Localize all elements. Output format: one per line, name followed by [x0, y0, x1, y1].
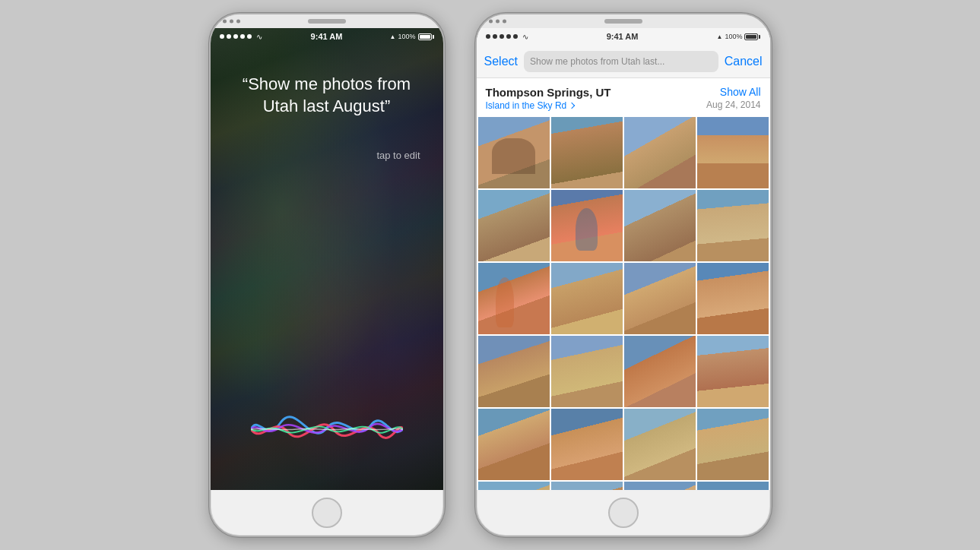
location-chevron-icon [569, 102, 575, 108]
siri-location-icon: ▲ [390, 33, 396, 40]
location-name: Thompson Springs, UT [486, 86, 611, 99]
siri-wifi-icon: ∿ [256, 33, 262, 41]
pd1 [486, 34, 490, 39]
location-date: Aug 24, 2014 [706, 100, 760, 110]
photos-battery-pct: 100% [725, 33, 742, 40]
siri-home-btn[interactable] [312, 498, 342, 528]
photo-17 [478, 409, 550, 480]
photo-cell[interactable] [624, 336, 696, 407]
photo-20 [697, 409, 769, 480]
photo-22 [551, 482, 623, 490]
sub-location-text: Island in the Sky Rd [486, 100, 567, 111]
photo-18 [551, 409, 623, 480]
search-placeholder: Show me photos from Utah last... [530, 56, 664, 67]
photo-1 [478, 117, 550, 188]
photos-navbar: Select Show me photos from Utah last... … [477, 45, 770, 78]
photo-cell[interactable] [697, 190, 769, 261]
siri-tap-to-edit[interactable]: tap to edit [376, 150, 420, 161]
photo-cell[interactable] [624, 409, 696, 480]
photo-cell[interactable] [478, 482, 550, 490]
photo-13 [478, 336, 550, 407]
siri-wave-svg [251, 406, 403, 452]
s-dot3 [233, 34, 238, 39]
photo-cell[interactable] [624, 482, 696, 490]
photo-cell[interactable] [624, 190, 696, 261]
location-header: Thompson Springs, UT Island in the Sky R… [477, 78, 770, 115]
photo-6 [551, 190, 623, 261]
photo-2 [551, 117, 623, 188]
siri-time: 9:41 AM [311, 32, 343, 41]
photo-7 [624, 190, 696, 261]
photo-cell[interactable] [551, 482, 623, 490]
siri-battery-icon [418, 33, 434, 40]
phone-speaker-photos [604, 19, 642, 24]
photo-24 [697, 482, 769, 490]
pd3 [500, 34, 504, 39]
photo-12 [697, 263, 769, 334]
photo-cell[interactable] [697, 482, 769, 490]
photo-grid [477, 115, 770, 490]
photo-cell[interactable] [624, 117, 696, 188]
photo-cell[interactable] [478, 263, 550, 334]
photos-phone: ∿ 9:41 AM ▲ 100% Select Show me photos f… [475, 13, 772, 537]
photo-cell[interactable] [697, 409, 769, 480]
photo-14 [551, 336, 623, 407]
pd4 [506, 34, 511, 39]
cancel-button[interactable]: Cancel [725, 55, 763, 68]
photo-cell[interactable] [697, 117, 769, 188]
siri-battery-area: ▲ 100% [390, 33, 434, 40]
photos-location-icon: ▲ [717, 33, 723, 40]
phone-speaker-siri [308, 19, 346, 24]
photos-content[interactable]: Thompson Springs, UT Island in the Sky R… [477, 78, 770, 490]
photo-cell[interactable] [624, 263, 696, 334]
siri-signal-dots: ∿ [220, 33, 262, 41]
photo-cell[interactable] [551, 190, 623, 261]
photo-23 [624, 482, 696, 490]
location-sub[interactable]: Island in the Sky Rd [486, 100, 611, 111]
photo-4 [697, 117, 769, 188]
photo-cell[interactable] [697, 336, 769, 407]
s-dot5 [247, 34, 252, 39]
select-button[interactable]: Select [484, 55, 518, 68]
pdot2 [496, 20, 500, 24]
siri-quote-text: “Show me photos from Utah last August” [211, 74, 443, 117]
phone-top-bar-photos [477, 14, 770, 28]
photo-11 [624, 263, 696, 334]
photo-cell[interactable] [551, 409, 623, 480]
photo-19 [624, 409, 696, 480]
photo-9 [478, 263, 550, 334]
dot1 [223, 20, 227, 24]
s-dot4 [240, 34, 245, 39]
photo-cell[interactable] [551, 336, 623, 407]
phone-dots-siri [223, 20, 240, 24]
location-left: Thompson Springs, UT Island in the Sky R… [486, 86, 611, 111]
siri-screen: ∿ 9:41 AM ▲ 100% “Show me photos from Ut… [211, 28, 443, 490]
pdot1 [489, 20, 493, 24]
show-all-button[interactable]: Show All [706, 86, 760, 98]
photos-home-btn[interactable] [608, 498, 639, 528]
pdot3 [503, 20, 506, 24]
location-right: Show All Aug 24, 2014 [706, 86, 760, 110]
pd5 [513, 34, 518, 39]
search-bar[interactable]: Show me photos from Utah last... [524, 51, 718, 72]
pd2 [493, 34, 497, 39]
photo-cell[interactable] [551, 117, 623, 188]
photos-screen: ∿ 9:41 AM ▲ 100% Select Show me photos f… [477, 28, 770, 490]
photo-cell[interactable] [697, 263, 769, 334]
photo-3 [624, 117, 696, 188]
phone-dots-photos [489, 20, 506, 24]
photos-wifi-icon: ∿ [522, 33, 528, 41]
photo-cell[interactable] [478, 190, 550, 261]
photo-10 [551, 263, 623, 334]
phone-top-bar-siri [211, 14, 443, 28]
photo-5 [478, 190, 550, 261]
photo-cell[interactable] [478, 409, 550, 480]
photos-battery-area: ▲ 100% [717, 33, 761, 40]
photo-cell[interactable] [478, 336, 550, 407]
s-dot2 [227, 34, 231, 39]
photo-cell[interactable] [551, 263, 623, 334]
photo-cell[interactable] [478, 117, 550, 188]
siri-battery-pct: 100% [398, 33, 415, 40]
dot2 [230, 20, 233, 24]
photo-15 [624, 336, 696, 407]
